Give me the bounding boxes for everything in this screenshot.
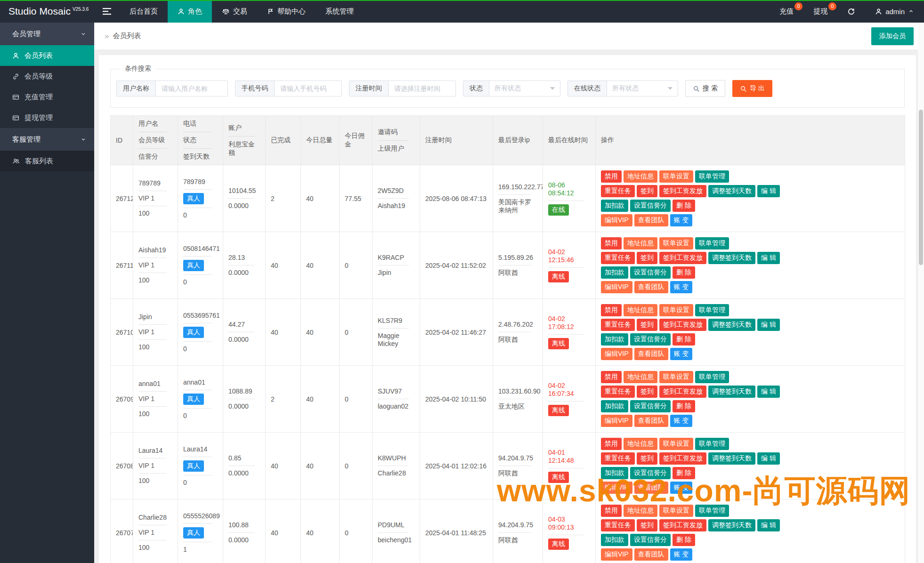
linked-order-manage-button[interactable]: 联单管理 — [695, 371, 729, 383]
account-change-button[interactable]: 账 变 — [670, 348, 693, 360]
vertical-scrollbar[interactable] — [918, 23, 924, 563]
edit-vip-button[interactable]: 编辑VIP — [601, 548, 632, 561]
sign-in-salary-button[interactable]: 签到工资发放 — [659, 519, 706, 531]
delete-button[interactable]: 删 除 — [673, 400, 695, 412]
adjust-sign-in-days-button[interactable]: 调整签到天数 — [708, 319, 755, 331]
edit-vip-button[interactable]: 编辑VIP — [601, 214, 632, 226]
sidebar-group-customer-service[interactable]: 客服管理 — [0, 128, 94, 151]
edit-button[interactable]: 编 辑 — [757, 386, 780, 398]
view-team-button[interactable]: 查看团队 — [634, 214, 668, 226]
sign-in-salary-button[interactable]: 签到工资发放 — [659, 386, 706, 398]
edit-button[interactable]: 编 辑 — [757, 185, 780, 197]
sign-in-button[interactable]: 签到 — [637, 452, 657, 465]
add-deduction-button[interactable]: 加扣款 — [601, 266, 628, 279]
nav-item-help[interactable]: 帮助中心 — [257, 0, 316, 23]
reset-task-button[interactable]: 重置任务 — [601, 386, 635, 398]
adjust-sign-in-days-button[interactable]: 调整签到天数 — [708, 252, 755, 264]
disable-button[interactable]: 禁用 — [601, 304, 622, 316]
edit-vip-button[interactable]: 编辑VIP — [601, 415, 632, 427]
sign-in-salary-button[interactable]: 签到工资发放 — [659, 319, 706, 331]
sidebar-group-member-management[interactable]: 会员管理 — [0, 23, 94, 45]
online-status-select[interactable]: 所有状态 — [607, 81, 678, 96]
withdraw-nav[interactable]: 提现 0 — [803, 0, 837, 23]
delete-button[interactable]: 删 除 — [673, 200, 695, 212]
sidebar-item-withdraw-management[interactable]: 提现管理 — [0, 107, 94, 128]
refresh-button[interactable] — [837, 0, 865, 23]
export-button[interactable]: 导 出 — [732, 80, 772, 97]
linked-order-settings-button[interactable]: 联单设置 — [659, 237, 693, 249]
address-info-button[interactable]: 地址信息 — [624, 170, 657, 183]
delete-button[interactable]: 删 除 — [673, 266, 695, 279]
adjust-sign-in-days-button[interactable]: 调整签到天数 — [708, 185, 755, 197]
user-menu[interactable]: admin — [865, 0, 924, 23]
view-team-button[interactable]: 查看团队 — [634, 548, 668, 561]
address-info-button[interactable]: 地址信息 — [624, 438, 657, 450]
nav-item-system[interactable]: 系统管理 — [316, 0, 364, 23]
account-change-button[interactable]: 账 变 — [670, 415, 693, 427]
delete-button[interactable]: 删 除 — [673, 534, 695, 546]
add-member-button[interactable]: 添加会员 — [871, 27, 914, 45]
disable-button[interactable]: 禁用 — [601, 438, 622, 450]
recharge-nav[interactable]: 充值 0 — [770, 0, 803, 23]
address-info-button[interactable]: 地址信息 — [624, 371, 657, 383]
disable-button[interactable]: 禁用 — [601, 371, 622, 383]
account-change-button[interactable]: 账 变 — [670, 281, 693, 293]
nav-item-dashboard[interactable]: 后台首页 — [120, 0, 168, 23]
sign-in-button[interactable]: 签到 — [637, 185, 657, 197]
adjust-sign-in-days-button[interactable]: 调整签到天数 — [708, 386, 755, 398]
view-team-button[interactable]: 查看团队 — [634, 348, 668, 360]
sign-in-button[interactable]: 签到 — [637, 252, 657, 264]
sign-in-button[interactable]: 签到 — [637, 319, 657, 331]
address-info-button[interactable]: 地址信息 — [624, 304, 657, 316]
reset-task-button[interactable]: 重置任务 — [601, 252, 635, 264]
sign-in-salary-button[interactable]: 签到工资发放 — [659, 252, 706, 264]
disable-button[interactable]: 禁用 — [601, 237, 622, 249]
linked-order-settings-button[interactable]: 联单设置 — [659, 371, 693, 383]
view-team-button[interactable]: 查看团队 — [634, 281, 668, 293]
linked-order-manage-button[interactable]: 联单管理 — [695, 170, 729, 183]
sign-in-button[interactable]: 签到 — [637, 386, 657, 398]
adjust-sign-in-days-button[interactable]: 调整签到天数 — [708, 519, 755, 531]
reset-task-button[interactable]: 重置任务 — [601, 185, 635, 197]
linked-order-manage-button[interactable]: 联单管理 — [695, 304, 729, 316]
address-info-button[interactable]: 地址信息 — [624, 237, 657, 249]
account-change-button[interactable]: 账 变 — [670, 214, 693, 226]
edit-button[interactable]: 编 辑 — [757, 252, 780, 264]
edit-button[interactable]: 编 辑 — [757, 519, 780, 531]
edit-button[interactable]: 编 辑 — [757, 452, 780, 465]
linked-order-manage-button[interactable]: 联单管理 — [695, 438, 729, 450]
disable-button[interactable]: 禁用 — [601, 170, 622, 183]
add-deduction-button[interactable]: 加扣款 — [601, 333, 628, 346]
sign-in-salary-button[interactable]: 签到工资发放 — [659, 185, 706, 197]
adjust-sign-in-days-button[interactable]: 调整签到天数 — [708, 452, 755, 465]
linked-order-settings-button[interactable]: 联单设置 — [659, 304, 693, 316]
sidebar-item-member-level[interactable]: 会员等级 — [0, 66, 94, 87]
reset-task-button[interactable]: 重置任务 — [601, 319, 635, 331]
add-deduction-button[interactable]: 加扣款 — [601, 200, 628, 212]
set-credit-score-button[interactable]: 设置信誉分 — [630, 534, 671, 546]
edit-vip-button[interactable]: 编辑VIP — [601, 281, 632, 293]
linked-order-settings-button[interactable]: 联单设置 — [659, 438, 693, 450]
set-credit-score-button[interactable]: 设置信誉分 — [630, 400, 671, 412]
sidebar-item-member-list[interactable]: 会员列表 — [0, 45, 94, 66]
account-change-button[interactable]: 账 变 — [670, 548, 693, 561]
edit-vip-button[interactable]: 编辑VIP — [601, 348, 632, 360]
set-credit-score-button[interactable]: 设置信誉分 — [630, 200, 671, 212]
reg-time-input[interactable] — [389, 81, 455, 96]
sign-in-salary-button[interactable]: 签到工资发放 — [659, 452, 706, 465]
edit-button[interactable]: 编 辑 — [757, 319, 780, 331]
nav-item-trade[interactable]: 交易 — [212, 0, 257, 23]
phone-input[interactable] — [275, 81, 341, 96]
set-credit-score-button[interactable]: 设置信誉分 — [630, 266, 671, 279]
view-team-button[interactable]: 查看团队 — [634, 415, 668, 427]
add-deduction-button[interactable]: 加扣款 — [601, 534, 628, 546]
status-select[interactable]: 所有状态 — [489, 81, 560, 96]
sign-in-button[interactable]: 签到 — [637, 519, 657, 531]
set-credit-score-button[interactable]: 设置信誉分 — [630, 333, 671, 346]
reset-task-button[interactable]: 重置任务 — [601, 519, 635, 531]
search-button[interactable]: 搜 索 — [685, 80, 725, 97]
nav-item-roles[interactable]: 角色 — [168, 0, 212, 23]
menu-toggle-icon[interactable] — [94, 0, 120, 23]
scrollbar-thumb[interactable] — [919, 110, 923, 265]
linked-order-manage-button[interactable]: 联单管理 — [695, 237, 729, 249]
